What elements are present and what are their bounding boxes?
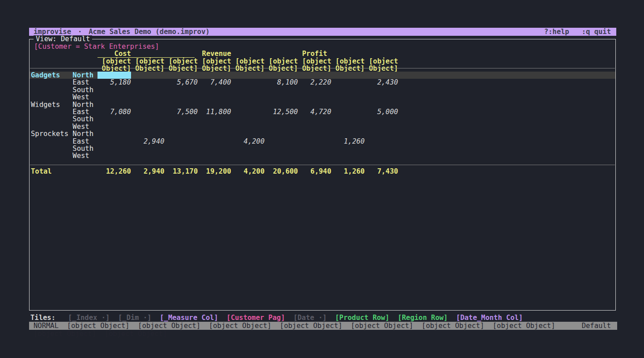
value-cell[interactable]: 7,500: [165, 108, 198, 115]
value-cell[interactable]: [198, 152, 231, 159]
value-cell[interactable]: [265, 130, 298, 137]
value-cell[interactable]: [364, 123, 398, 130]
value-cell[interactable]: 7,400: [198, 79, 231, 86]
value-cell[interactable]: [198, 145, 231, 152]
region-label[interactable]: North: [72, 130, 97, 137]
value-cell[interactable]: [198, 101, 231, 108]
value-cell[interactable]: [331, 108, 365, 115]
value-cell[interactable]: [265, 138, 298, 145]
value-cell[interactable]: [298, 101, 331, 108]
filter-chip[interactable]: [Customer = Stark Enterprises]: [34, 43, 159, 50]
tile[interactable]: [Region Row]: [398, 314, 448, 322]
value-cell[interactable]: [364, 130, 398, 137]
value-cell[interactable]: [97, 138, 131, 145]
value-cell[interactable]: [198, 138, 231, 145]
value-cell[interactable]: [165, 130, 198, 137]
value-cell[interactable]: [331, 115, 365, 123]
value-cell[interactable]: [165, 152, 198, 159]
value-cell[interactable]: [331, 86, 365, 94]
value-cell[interactable]: [198, 72, 231, 79]
value-cell[interactable]: [97, 123, 131, 130]
value-cell[interactable]: [265, 86, 298, 94]
region-label[interactable]: East: [72, 138, 97, 145]
value-cell[interactable]: 5,180: [97, 79, 131, 86]
value-cell[interactable]: [198, 115, 231, 123]
pivot-row[interactable]: South: [30, 115, 615, 123]
region-label[interactable]: East: [72, 108, 97, 115]
value-cell[interactable]: 2,220: [298, 79, 331, 86]
value-cell[interactable]: [331, 72, 365, 79]
value-cell[interactable]: [298, 115, 331, 123]
value-cell[interactable]: [265, 94, 298, 101]
value-cell[interactable]: [265, 101, 298, 108]
value-cell[interactable]: [231, 115, 265, 123]
value-cell[interactable]: [331, 145, 365, 152]
value-cell[interactable]: [97, 101, 131, 108]
value-cell[interactable]: [231, 72, 265, 79]
value-cell[interactable]: [298, 138, 331, 145]
tile[interactable]: [_Index ·]: [68, 314, 110, 322]
value-cell[interactable]: [165, 123, 198, 130]
value-cell[interactable]: [298, 152, 331, 159]
pivot-row[interactable]: West: [30, 152, 615, 159]
product-label[interactable]: [31, 79, 72, 86]
value-cell[interactable]: [265, 72, 298, 79]
pivot-row[interactable]: Sprockets North: [30, 130, 615, 137]
value-cell[interactable]: [131, 115, 165, 123]
value-cell[interactable]: [131, 152, 165, 159]
value-cell[interactable]: [231, 145, 265, 152]
value-cell[interactable]: [364, 145, 398, 152]
value-cell[interactable]: [364, 86, 398, 94]
product-label[interactable]: Gadgets: [31, 72, 72, 79]
product-label[interactable]: [31, 86, 72, 94]
value-cell[interactable]: [298, 72, 331, 79]
value-cell[interactable]: [97, 115, 131, 123]
value-cell[interactable]: [331, 94, 365, 101]
value-cell[interactable]: [331, 79, 365, 86]
value-cell[interactable]: [364, 115, 398, 123]
value-cell[interactable]: 5,000: [364, 108, 398, 115]
region-label[interactable]: West: [72, 94, 97, 101]
value-cell[interactable]: [198, 123, 231, 130]
value-cell[interactable]: [165, 145, 198, 152]
value-cell[interactable]: [298, 86, 331, 94]
region-label[interactable]: North: [72, 101, 97, 108]
value-cell[interactable]: 2,940: [131, 138, 165, 145]
pivot-row[interactable]: West: [30, 94, 615, 101]
value-cell[interactable]: [131, 72, 165, 79]
value-cell[interactable]: 11,800: [198, 108, 231, 115]
value-cell[interactable]: [265, 123, 298, 130]
value-cell[interactable]: [298, 145, 331, 152]
region-label[interactable]: West: [72, 123, 97, 130]
product-label[interactable]: [31, 145, 72, 152]
region-label[interactable]: West: [72, 152, 97, 159]
value-cell[interactable]: [231, 123, 265, 130]
product-label[interactable]: [31, 108, 72, 115]
value-cell[interactable]: [131, 145, 165, 152]
product-label[interactable]: [31, 138, 72, 145]
value-cell[interactable]: [231, 79, 265, 86]
tile[interactable]: [Product Row]: [335, 314, 389, 322]
value-cell[interactable]: [298, 130, 331, 137]
product-label[interactable]: [31, 123, 72, 130]
value-cell[interactable]: [97, 152, 131, 159]
value-cell[interactable]: 7,080: [97, 108, 131, 115]
value-cell[interactable]: [331, 130, 365, 137]
value-cell[interactable]: 4,200: [231, 138, 265, 145]
pivot-row[interactable]: South: [30, 145, 615, 152]
value-cell[interactable]: [165, 86, 198, 94]
value-cell[interactable]: [331, 123, 365, 130]
value-cell[interactable]: [331, 101, 365, 108]
tile[interactable]: [_Dim ·]: [118, 314, 152, 322]
tile[interactable]: [_Measure Col]: [160, 314, 218, 322]
value-cell[interactable]: [231, 94, 265, 101]
value-cell[interactable]: 8,100: [265, 79, 298, 86]
product-label[interactable]: [31, 94, 72, 101]
tile[interactable]: [Date_Month Col]: [456, 314, 523, 322]
tile[interactable]: [Customer Pag]: [227, 314, 285, 322]
pivot-row[interactable]: East 2,940 4,200 1,260: [30, 138, 615, 145]
value-cell[interactable]: [231, 130, 265, 137]
value-cell[interactable]: 5,670: [165, 79, 198, 86]
value-cell[interactable]: [331, 152, 365, 159]
value-cell[interactable]: [231, 108, 265, 115]
